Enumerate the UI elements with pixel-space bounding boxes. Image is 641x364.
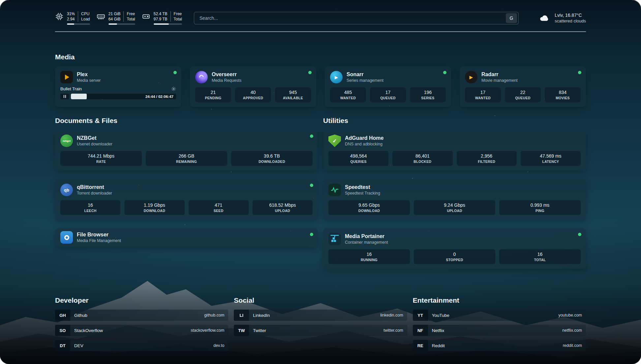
app-card-sonarr[interactable]: ▶ Sonarr Series management 485 WANTED 17… — [325, 66, 451, 107]
app-desc: Series management — [347, 78, 383, 83]
cpu-load-value: 2.94 — [67, 16, 78, 22]
overseerr-icon — [195, 71, 208, 83]
bookmark-youtube[interactable]: YT YouTube youtube.com — [413, 310, 586, 321]
stat-queries: 498,564 QUERIES — [328, 151, 388, 166]
app-card-radarr[interactable]: ▶ Radarr Movie management 17 WANTED 22 Q… — [460, 66, 586, 107]
app-card-nzbget[interactable]: nzbget NZBGet Usenet downloader 744.21 M… — [55, 130, 318, 170]
playback-progress-bar[interactable]: 24:44 / 02:06:47 — [71, 94, 176, 99]
bookmark-abbr: RE — [413, 340, 428, 351]
cpu-progress-bar — [67, 23, 90, 25]
nzbget-icon: nzbget — [60, 135, 73, 147]
bookmark-url: reddit.com — [563, 343, 582, 348]
stat-queued: 17 QUEUED — [370, 87, 406, 102]
status-dot — [310, 135, 313, 138]
app-desc: DNS and adblocking — [345, 142, 383, 146]
bookmark-url: linkedin.com — [380, 313, 403, 318]
bookmark-github[interactable]: GH Github github.com — [55, 310, 228, 321]
bookmark-stackoverflow[interactable]: SO StackOverflow stackoverflow.com — [55, 325, 228, 336]
ram-icon — [97, 12, 105, 21]
filebrowser-icon — [60, 231, 73, 244]
app-card-plex[interactable]: Plex Media server Bullet Train — [55, 66, 181, 107]
portainer-icon — [328, 233, 341, 245]
header-divider — [55, 31, 586, 32]
cloud-icon — [537, 13, 551, 23]
stat-remaining: 266 GB REMAINING — [146, 151, 227, 166]
sonarr-icon: ▶ — [330, 71, 343, 83]
stat-available: 945 AVAILABLE — [275, 87, 311, 102]
playback-time: 24:44 / 02:06:47 — [145, 95, 176, 99]
app-card-qbittorrent[interactable]: qb qBittorrent Torrent downloader 16 LEE… — [55, 179, 318, 220]
pause-icon — [64, 95, 66, 98]
stat-downloaded: 39.6 TB DOWNLOADED — [231, 151, 313, 166]
bookmark-dev[interactable]: DT DEV dev.to — [55, 340, 228, 351]
app-card-filebrowser[interactable]: File Browser Media File Management — [55, 228, 318, 247]
search-bar: G — [194, 12, 519, 24]
section-title-media: Media — [55, 53, 586, 61]
bookmark-abbr: DT — [55, 340, 70, 351]
cpu-load-label: Load — [78, 16, 90, 22]
app-name: qBittorrent — [77, 184, 112, 190]
disk-progress-fill — [154, 23, 169, 25]
bookmark-name: LinkedIn — [253, 313, 270, 318]
bookmark-twitter[interactable]: TW Twitter twitter.com — [234, 325, 407, 336]
ram-progress-bar — [108, 23, 135, 25]
section-title-documents: Documents & Files — [55, 117, 318, 125]
ram-total-value: 64 GiB — [108, 16, 124, 22]
stat-ping: 0.993 ms PING — [499, 200, 581, 215]
bookmark-url: twitter.com — [383, 328, 403, 333]
documents-column: Documents & Files nzbget NZBGet Usenet d… — [55, 117, 318, 255]
cpu-monitor: 31% CPU 2.94 Load — [55, 11, 90, 25]
app-name: Overseerr — [212, 72, 241, 77]
stat-download: 9.65 Gbps DOWNLOAD — [328, 200, 410, 215]
stat-stopped: 0 STOPPED — [414, 249, 495, 264]
weather-widget[interactable]: Lviv, 16.87°C scattered clouds — [537, 13, 586, 23]
section-title-social: Social — [234, 296, 407, 304]
app-desc: Media server — [77, 78, 101, 83]
disk-icon — [142, 12, 150, 21]
stat-latency: 47.569 ms LATENCY — [521, 151, 581, 166]
app-card-overseerr[interactable]: Overseerr Media Requests 21 PENDING 40 A… — [190, 66, 316, 107]
pause-button[interactable] — [60, 94, 69, 99]
cpu-progress-fill — [67, 23, 74, 25]
ram-free-value: 21 GiB — [108, 11, 124, 16]
search-input[interactable] — [199, 15, 506, 21]
stat-blocked: 86,401 BLOCKED — [392, 151, 452, 166]
app-desc: Movie management — [481, 78, 518, 83]
app-card-portainer[interactable]: Media Portainer Container management 16 … — [323, 228, 586, 269]
bookmark-abbr: LI — [234, 310, 249, 321]
app-name: Radarr — [481, 72, 518, 77]
app-card-speedtest[interactable]: Speedtest Speedtest Tracking 9.65 Gbps D… — [323, 179, 586, 220]
section-title-utilities: Utilities — [323, 117, 586, 125]
ram-free-label: Free — [123, 11, 135, 16]
media-grid: Plex Media server Bullet Train — [55, 66, 586, 107]
qbittorrent-icon: qb — [60, 184, 73, 196]
bookmark-abbr: TW — [234, 325, 249, 336]
app-desc: Speedtest Tracking — [345, 191, 380, 196]
speedtest-icon — [328, 184, 341, 196]
stat-download: 1.19 Gbps DOWNLOAD — [124, 200, 184, 215]
stat-total: 16 TOTAL — [499, 249, 581, 264]
disk-free-value: 52.4 TB — [154, 11, 170, 16]
radarr-icon: ▶ — [465, 71, 477, 83]
stat-leech: 16 LEECH — [60, 200, 120, 215]
stat-upload: 9.24 Gbps UPLOAD — [414, 200, 495, 215]
cpu-usage-label: CPU — [78, 11, 90, 16]
status-dot — [443, 71, 446, 74]
app-card-adguard[interactable]: ✓ AdGuard Home DNS and adblocking 498,56… — [323, 130, 586, 170]
stat-wanted: 485 WANTED — [330, 87, 366, 102]
gear-icon[interactable] — [171, 86, 176, 91]
app-name: Plex — [77, 72, 101, 77]
app-desc: Usenet downloader — [77, 142, 112, 146]
bookmark-netflix[interactable]: NF Netflix netflix.com — [413, 325, 586, 336]
ram-progress-fill — [108, 23, 117, 25]
cpu-icon — [55, 12, 64, 21]
app-name: Sonarr — [347, 72, 383, 77]
weather-condition: scattered clouds — [555, 18, 586, 23]
bookmark-reddit[interactable]: RE Reddit reddit.com — [413, 340, 586, 351]
bookmark-linkedin[interactable]: LI LinkedIn linkedin.com — [234, 310, 407, 321]
status-dot — [578, 71, 581, 74]
search-engine-button[interactable]: G — [506, 13, 517, 23]
disk-total-label: Total — [170, 16, 182, 22]
cpu-usage-value: 31% — [67, 11, 78, 16]
status-dot — [578, 233, 581, 236]
